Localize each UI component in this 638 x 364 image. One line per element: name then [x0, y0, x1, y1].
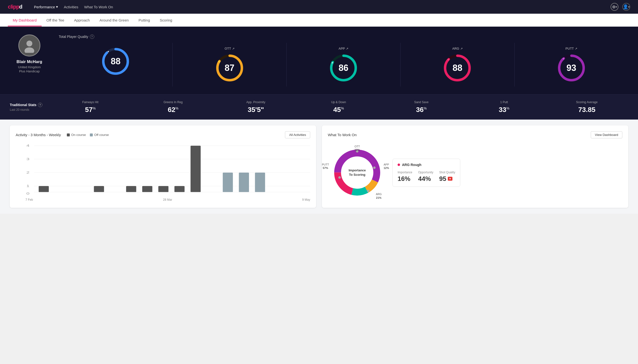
user-icon: 👤 — [623, 4, 628, 10]
view-dashboard-button[interactable]: View Dashboard — [591, 131, 622, 138]
svg-text:4: 4 — [27, 144, 30, 147]
stat-app-proximity: App. Proximity 35'5" — [215, 100, 297, 114]
work-on-title: What To Work On — [328, 133, 357, 137]
user-menu[interactable]: 👤 ▾ — [622, 3, 630, 11]
bottom-section: Activity - 3 Months - Weekly On course O… — [0, 120, 638, 214]
arg-circle: 88 — [443, 53, 472, 83]
svg-rect-26 — [39, 186, 49, 192]
putt-value: 93 — [566, 63, 576, 73]
chevron-down-icon: ▾ — [628, 6, 630, 8]
top-nav: clippd Performance ▾ Activities What To … — [0, 0, 638, 14]
svg-rect-33 — [223, 172, 233, 192]
putt-donut-label: PUTT57% — [322, 163, 329, 170]
info-dot — [397, 164, 400, 166]
total-score-value: 88 — [111, 56, 120, 66]
info-shot-quality: Shot Quality 95 ▼ — [439, 171, 455, 182]
info-metrics: Importance 16% Opportunity 44% Shot Qual… — [397, 171, 455, 182]
shot-quality-badge: ▼ — [448, 177, 453, 181]
avatar — [18, 34, 40, 56]
player-country: United Kingdom — [18, 65, 41, 69]
putt-trend: ↗ — [575, 47, 577, 50]
putt-circle: 93 — [557, 53, 586, 83]
svg-rect-28 — [126, 186, 136, 192]
on-course-label: On course — [71, 133, 86, 137]
svg-text:2: 2 — [27, 171, 30, 174]
x-label-3: 9 May — [302, 198, 310, 202]
svg-rect-30 — [158, 186, 168, 192]
svg-point-43 — [367, 190, 369, 192]
tab-approach[interactable]: Approach — [69, 14, 95, 26]
stat-fairways-hit: Fairways Hit 57% — [49, 100, 132, 114]
svg-rect-35 — [255, 172, 265, 192]
app-donut-label: APP12% — [384, 163, 389, 170]
app-circle: 86 — [329, 53, 358, 83]
on-course-legend-dot — [67, 134, 70, 136]
svg-text:1: 1 — [27, 184, 30, 188]
total-score-circle: 88 — [101, 47, 130, 76]
arg-value: 88 — [453, 63, 462, 73]
donut-center-text: ImportanceTo Scoring — [349, 168, 366, 177]
nav-performance[interactable]: Performance ▾ — [34, 5, 58, 9]
score-card-ott: OTT ↗ 87 — [172, 43, 286, 86]
info-card: ARG Rough Importance 16% Opportunity 44% — [392, 159, 460, 187]
app-value: 86 — [339, 63, 348, 73]
off-course-legend-dot — [90, 134, 93, 136]
stat-sand-save: Sand Save 36% — [380, 100, 463, 114]
nav-activities[interactable]: Activities — [64, 5, 78, 9]
chart-area: 4 3 2 1 0 — [16, 143, 310, 197]
chevron-down-icon: ▾ — [616, 6, 617, 8]
traditional-stats: Traditional Stats ? Last 20 rounds Fairw… — [0, 94, 638, 120]
svg-rect-34 — [239, 172, 249, 192]
work-on-card: What To Work On View Dashboard — [322, 126, 628, 208]
info-card-title-text: ARG Rough — [402, 163, 421, 167]
svg-point-42 — [373, 166, 375, 169]
nav-what-to-work-on[interactable]: What To Work On — [84, 5, 113, 9]
ott-circle: 87 — [215, 53, 244, 83]
nav-right: ⊕ ▾ 👤 ▾ — [610, 3, 630, 11]
metrics-title: Total Player Quality ? — [59, 34, 628, 39]
svg-rect-32 — [190, 146, 200, 192]
metrics-area: Total Player Quality ? 88 — [59, 34, 628, 86]
svg-point-1 — [25, 48, 34, 53]
ott-value: 87 — [225, 63, 235, 73]
svg-rect-27 — [94, 186, 104, 192]
hero-section: Blair McHarg United Kingdom Plus Handica… — [0, 27, 638, 94]
tab-off-the-tee[interactable]: Off the Tee — [42, 14, 69, 26]
x-axis-labels: 7 Feb 28 Mar 9 May — [16, 197, 310, 202]
tab-my-dashboard[interactable]: My Dashboard — [8, 14, 42, 26]
x-label-1: 7 Feb — [26, 198, 33, 202]
stat-scoring-average: Scoring Average 73.85 — [545, 100, 628, 114]
tab-bar: My Dashboard Off the Tee Approach Around… — [0, 14, 638, 27]
info-importance: Importance 16% — [397, 171, 412, 182]
help-icon[interactable]: ? — [90, 34, 94, 39]
tab-scoring[interactable]: Scoring — [155, 14, 177, 26]
svg-point-44 — [338, 176, 341, 179]
trad-help-icon[interactable]: ? — [38, 103, 42, 107]
work-on-content: ImportanceTo Scoring OTT10% APP12% ARG21… — [328, 143, 622, 202]
info-opportunity: Opportunity 44% — [418, 171, 433, 182]
activity-card: Activity - 3 Months - Weekly On course O… — [10, 126, 316, 208]
activity-chart: 4 3 2 1 0 — [16, 143, 310, 197]
svg-text:0: 0 — [27, 192, 30, 195]
tab-around-the-green[interactable]: Around the Green — [95, 14, 134, 26]
ott-trend: ↗ — [232, 47, 235, 50]
donut-chart: ImportanceTo Scoring OTT10% APP12% ARG21… — [328, 143, 386, 202]
player-name: Blair McHarg — [17, 60, 42, 64]
svg-point-0 — [27, 40, 32, 46]
score-card-putt: PUTT ↗ 93 — [514, 43, 628, 86]
svg-text:3: 3 — [27, 158, 30, 160]
app-trend: ↗ — [346, 47, 348, 50]
all-activities-button[interactable]: All Activities — [285, 131, 310, 138]
chevron-down-icon: ▾ — [56, 5, 58, 9]
arg-donut-label: ARG21% — [376, 192, 382, 200]
activity-title: Activity - 3 Months - Weekly — [16, 133, 61, 137]
add-button[interactable]: ⊕ ▾ — [610, 3, 618, 11]
tab-putting[interactable]: Putting — [134, 14, 155, 26]
stat-greens-in-reg: Greens In Reg 62% — [132, 100, 215, 114]
chart-legend: On course Off course — [67, 133, 109, 137]
avatar-image — [22, 38, 37, 53]
trad-subtitle: Last 20 rounds — [10, 108, 49, 112]
player-info: Blair McHarg United Kingdom Plus Handica… — [10, 34, 49, 73]
logo[interactable]: clippd — [8, 4, 22, 10]
score-cards: 88 OTT ↗ 87 — [59, 43, 628, 86]
